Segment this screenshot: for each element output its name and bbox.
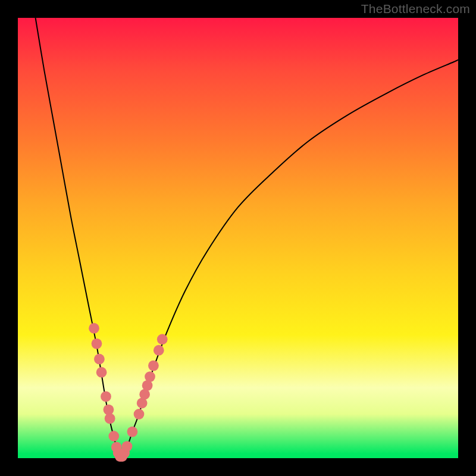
outer-frame: TheBottleneck.com (0, 0, 476, 476)
marker-dot (148, 361, 159, 371)
marker-dot (101, 392, 111, 402)
marker-dot (122, 441, 133, 452)
marker-dot (94, 354, 105, 365)
marker-group (89, 323, 167, 462)
curve-right-branch (120, 60, 458, 458)
marker-dot (134, 409, 145, 419)
plot-area (18, 18, 458, 458)
marker-dot (154, 345, 164, 356)
marker-dot (92, 339, 102, 349)
marker-dot (105, 414, 115, 424)
marker-dot (157, 334, 168, 345)
watermark-text: TheBottleneck.com (361, 2, 470, 16)
chart-svg (18, 18, 458, 458)
marker-dot (145, 371, 155, 382)
marker-dot (96, 367, 107, 378)
marker-dot (108, 431, 119, 441)
marker-dot (89, 323, 99, 334)
marker-dot (127, 427, 138, 437)
